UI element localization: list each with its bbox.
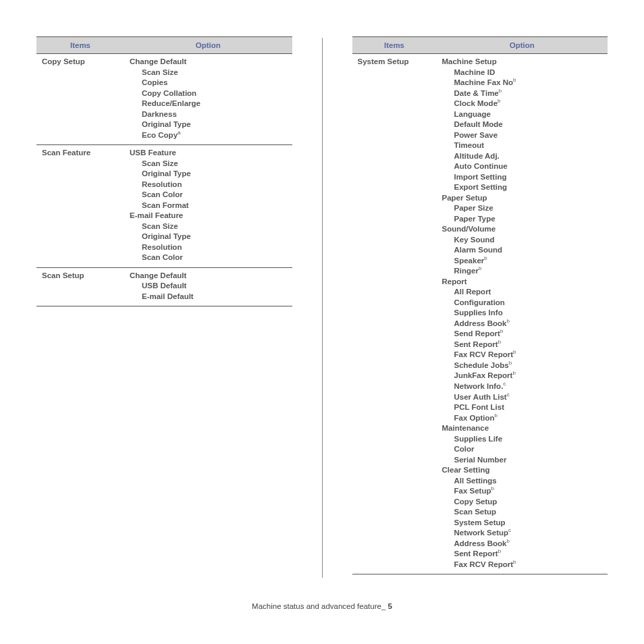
option-entry: Key Sound [454,235,603,246]
option-entry: Resolution [142,242,287,253]
table-row: Scan SetupChange DefaultUSB DefaultE-mai… [36,267,292,306]
option-entry: Paper Setup [442,193,603,204]
option-entry: Fax RCV Reportb [454,560,603,570]
item-cell: Copy Setup [36,54,124,145]
footnote-ref: b [513,350,516,356]
footnote-ref: c [507,392,510,398]
column-divider [322,38,323,578]
option-entry: Ringerb [454,266,603,277]
option-entry: Sound/Volume [442,224,603,235]
footnote-ref: b [513,559,516,565]
item-cell: Scan Feature [36,145,124,268]
option-entry: Original Type [142,232,287,242]
option-entry: Sent Reportb [454,340,603,350]
option-entry: Paper Type [454,214,603,225]
option-entry: Address Bookb [454,319,603,329]
footnote-ref: b [498,98,500,104]
option-entry: Clock Modeb [454,99,603,109]
left-column: Items Option Copy SetupChange DefaultSca… [36,36,292,578]
footnote-ref: b [500,329,503,335]
option-entry: Default Mode [454,119,603,130]
option-entry: Report [442,277,603,288]
footnote-ref: a [178,130,180,136]
option-entry: Original Type [142,169,287,180]
option-entry: All Settings [454,476,603,487]
footnote-ref: b [509,360,512,366]
footnote-ref: b [506,318,509,324]
option-entry: Maintenance [442,423,603,434]
option-entry: Network Setupc [454,528,603,539]
option-entry: Reduce/Enlarge [142,99,287,109]
option-entry: System Setup [454,518,603,529]
option-entry: Copies [142,78,287,88]
footer-sep: _ [381,602,385,610]
option-entry: Language [454,109,603,120]
option-entry: Date & Timeb [454,88,603,99]
table-row: Copy SetupChange DefaultScan SizeCopiesC… [36,54,292,145]
footnote-ref: c [508,527,511,533]
option-entry: Darkness [142,109,287,120]
page-footer: Machine status and advanced feature_ 5 [0,602,644,610]
footnote-ref: c [503,381,506,387]
footnote-ref: b [513,77,516,83]
option-entry: Import Setting [454,172,603,183]
option-cell: Change DefaultScan SizeCopiesCopy Collat… [124,54,292,145]
option-entry: Schedule Jobsb [454,360,603,371]
option-entry: Scan Size [142,221,287,232]
option-entry: Scan Size [142,159,287,169]
footnote-ref: b [498,339,501,345]
footnote-ref: b [484,255,487,261]
page-content: Items Option Copy SetupChange DefaultSca… [0,0,644,578]
option-entry: Copy Collation [142,88,287,99]
option-entry: Machine Fax Nob [454,78,603,88]
option-entry: Network Info.c [454,381,603,392]
option-entry: Scan Size [142,68,287,78]
option-entry: Resolution [142,180,287,190]
option-entry: Serial Number [454,455,603,466]
left-table: Items Option Copy SetupChange DefaultSca… [36,36,292,306]
option-entry: Change Default [130,57,287,68]
col-header-option: Option [124,37,292,54]
option-entry: Machine Setup [442,57,603,68]
option-entry: JunkFax Reportb [454,371,603,381]
option-entry: USB Feature [130,148,287,159]
option-entry: Send Reportb [454,329,603,340]
option-cell: Machine SetupMachine IDMachine Fax NobDa… [437,54,608,574]
footnote-ref: b [495,412,498,419]
option-entry: Power Save [454,130,603,141]
option-entry: Timeout [454,140,603,151]
option-entry: Configuration [454,298,603,308]
option-entry: Copy Setup [454,497,603,508]
option-entry: Auto Continue [454,161,603,172]
option-entry: USB Default [142,281,287,292]
item-cell: Scan Setup [36,267,124,306]
option-entry: Eco Copya [142,130,287,141]
item-cell: System Setup [352,54,437,574]
option-entry: User Auth Listc [454,392,603,403]
option-entry: Scan Format [142,200,287,211]
option-entry: Fax Optionb [454,413,603,424]
option-entry: E-mail Default [142,292,287,302]
option-entry: PCL Font List [454,402,603,413]
option-entry: Machine ID [454,68,603,78]
footnote-ref: b [491,485,493,491]
right-column: Items Option System SetupMachine SetupMa… [352,36,608,578]
col-header-items: Items [352,37,437,54]
option-entry: Supplies Life [454,434,603,445]
option-entry: Export Setting [454,182,603,193]
option-entry: Scan Color [142,252,287,263]
right-table: Items Option System SetupMachine SetupMa… [352,36,608,574]
option-entry: E-mail Feature [130,211,287,221]
option-entry: Altitude Adj. [454,151,603,162]
option-entry: Scan Setup [454,507,603,518]
footnote-ref: b [499,88,502,94]
col-header-items: Items [36,37,124,54]
footnote-ref: b [506,538,509,544]
option-entry: Change Default [130,271,287,281]
footer-page-number: 5 [388,602,392,610]
footnote-ref: b [479,265,481,271]
option-entry: Fax RCV Reportb [454,350,603,360]
option-cell: Change DefaultUSB DefaultE-mail Default [124,267,292,306]
option-entry: All Report [454,287,603,298]
option-entry: Scan Color [142,190,287,200]
